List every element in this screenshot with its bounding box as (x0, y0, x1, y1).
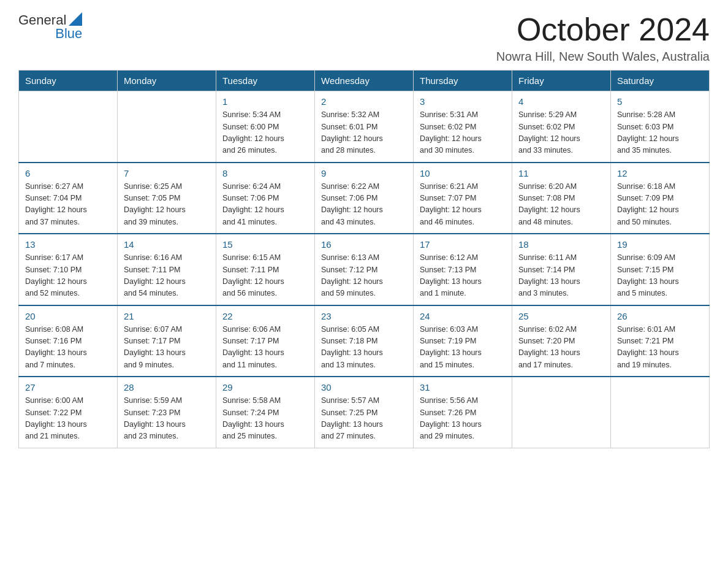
day-info: Sunrise: 6:01 AMSunset: 7:21 PMDaylight:… (617, 324, 703, 372)
day-number: 14 (124, 239, 210, 250)
day-number: 13 (25, 239, 111, 250)
day-number: 10 (420, 168, 506, 178)
day-cell: 21Sunrise: 6:07 AMSunset: 7:17 PMDayligh… (118, 305, 216, 377)
day-cell: 4Sunrise: 5:29 AMSunset: 6:02 PMDaylight… (512, 91, 611, 163)
day-info: Sunrise: 6:08 AMSunset: 7:16 PMDaylight:… (25, 324, 111, 372)
weekday-header-monday: Monday (118, 71, 216, 91)
day-number: 25 (518, 311, 604, 321)
day-cell: 26Sunrise: 6:01 AMSunset: 7:21 PMDayligh… (611, 305, 710, 377)
day-number: 12 (617, 168, 703, 178)
day-cell: 3Sunrise: 5:31 AMSunset: 6:02 PMDaylight… (414, 91, 512, 163)
day-info: Sunrise: 5:57 AMSunset: 7:25 PMDaylight:… (321, 395, 407, 443)
day-cell: 12Sunrise: 6:18 AMSunset: 7:09 PMDayligh… (611, 163, 710, 234)
day-cell: 24Sunrise: 6:03 AMSunset: 7:19 PMDayligh… (414, 305, 512, 377)
day-cell: 7Sunrise: 6:25 AMSunset: 7:05 PMDaylight… (118, 163, 216, 234)
day-cell: 13Sunrise: 6:17 AMSunset: 7:10 PMDayligh… (19, 234, 118, 305)
day-number: 18 (518, 239, 604, 250)
weekday-header-friday: Friday (512, 71, 611, 91)
day-cell: 5Sunrise: 5:28 AMSunset: 6:03 PMDaylight… (611, 91, 710, 163)
day-number: 31 (420, 382, 506, 393)
week-row-5: 27Sunrise: 6:00 AMSunset: 7:22 PMDayligh… (19, 377, 710, 448)
day-number: 22 (222, 311, 308, 321)
day-info: Sunrise: 6:06 AMSunset: 7:17 PMDaylight:… (222, 324, 308, 372)
weekday-header-wednesday: Wednesday (315, 71, 414, 91)
weekday-header-tuesday: Tuesday (216, 71, 315, 91)
day-cell: 17Sunrise: 6:12 AMSunset: 7:13 PMDayligh… (414, 234, 512, 305)
day-number: 11 (518, 168, 604, 178)
day-number: 3 (420, 96, 506, 107)
day-info: Sunrise: 6:12 AMSunset: 7:13 PMDaylight:… (420, 252, 506, 300)
day-info: Sunrise: 5:31 AMSunset: 6:02 PMDaylight:… (420, 109, 506, 157)
month-title: October 2024 (496, 12, 710, 47)
day-cell: 16Sunrise: 6:13 AMSunset: 7:12 PMDayligh… (315, 234, 414, 305)
day-info: Sunrise: 6:20 AMSunset: 7:08 PMDaylight:… (518, 181, 604, 229)
day-number: 9 (321, 168, 407, 178)
day-info: Sunrise: 5:59 AMSunset: 7:23 PMDaylight:… (124, 395, 210, 443)
header: General Blue October 2024 Nowra Hill, Ne… (18, 12, 710, 64)
day-cell: 10Sunrise: 6:21 AMSunset: 7:07 PMDayligh… (414, 163, 512, 234)
day-cell: 29Sunrise: 5:58 AMSunset: 7:24 PMDayligh… (216, 377, 315, 448)
day-info: Sunrise: 6:05 AMSunset: 7:18 PMDaylight:… (321, 324, 407, 372)
day-info: Sunrise: 5:29 AMSunset: 6:02 PMDaylight:… (518, 109, 604, 157)
day-cell: 15Sunrise: 6:15 AMSunset: 7:11 PMDayligh… (216, 234, 315, 305)
day-cell: 30Sunrise: 5:57 AMSunset: 7:25 PMDayligh… (315, 377, 414, 448)
day-number: 8 (222, 168, 308, 178)
day-info: Sunrise: 5:32 AMSunset: 6:01 PMDaylight:… (321, 109, 407, 157)
location-title: Nowra Hill, New South Wales, Australia (496, 50, 710, 64)
day-number: 7 (124, 168, 210, 178)
day-info: Sunrise: 5:28 AMSunset: 6:03 PMDaylight:… (617, 109, 703, 157)
day-number: 15 (222, 239, 308, 250)
day-info: Sunrise: 6:21 AMSunset: 7:07 PMDaylight:… (420, 181, 506, 229)
day-number: 16 (321, 239, 407, 250)
day-number: 27 (25, 382, 111, 393)
day-cell: 6Sunrise: 6:27 AMSunset: 7:04 PMDaylight… (19, 163, 118, 234)
day-number: 4 (518, 96, 604, 107)
day-cell (19, 91, 118, 163)
day-info: Sunrise: 6:09 AMSunset: 7:15 PMDaylight:… (617, 252, 703, 300)
day-cell: 19Sunrise: 6:09 AMSunset: 7:15 PMDayligh… (611, 234, 710, 305)
day-number: 5 (617, 96, 703, 107)
week-row-4: 20Sunrise: 6:08 AMSunset: 7:16 PMDayligh… (19, 305, 710, 377)
day-number: 30 (321, 382, 407, 393)
day-cell (118, 91, 216, 163)
day-cell: 22Sunrise: 6:06 AMSunset: 7:17 PMDayligh… (216, 305, 315, 377)
week-row-3: 13Sunrise: 6:17 AMSunset: 7:10 PMDayligh… (19, 234, 710, 305)
day-cell: 14Sunrise: 6:16 AMSunset: 7:11 PMDayligh… (118, 234, 216, 305)
day-info: Sunrise: 6:25 AMSunset: 7:05 PMDaylight:… (124, 181, 210, 229)
day-number: 17 (420, 239, 506, 250)
day-number: 26 (617, 311, 703, 321)
day-info: Sunrise: 5:58 AMSunset: 7:24 PMDaylight:… (222, 395, 308, 443)
day-cell: 20Sunrise: 6:08 AMSunset: 7:16 PMDayligh… (19, 305, 118, 377)
day-cell: 1Sunrise: 5:34 AMSunset: 6:00 PMDaylight… (216, 91, 315, 163)
day-info: Sunrise: 6:24 AMSunset: 7:06 PMDaylight:… (222, 181, 308, 229)
day-info: Sunrise: 6:16 AMSunset: 7:11 PMDaylight:… (124, 252, 210, 300)
day-cell (512, 377, 611, 448)
day-cell: 31Sunrise: 5:56 AMSunset: 7:26 PMDayligh… (414, 377, 512, 448)
week-row-2: 6Sunrise: 6:27 AMSunset: 7:04 PMDaylight… (19, 163, 710, 234)
day-number: 23 (321, 311, 407, 321)
day-info: Sunrise: 6:17 AMSunset: 7:10 PMDaylight:… (25, 252, 111, 300)
day-number: 29 (222, 382, 308, 393)
logo-blue: Blue (55, 26, 82, 42)
day-cell: 8Sunrise: 6:24 AMSunset: 7:06 PMDaylight… (216, 163, 315, 234)
day-info: Sunrise: 6:00 AMSunset: 7:22 PMDaylight:… (25, 395, 111, 443)
day-cell: 18Sunrise: 6:11 AMSunset: 7:14 PMDayligh… (512, 234, 611, 305)
day-info: Sunrise: 6:18 AMSunset: 7:09 PMDaylight:… (617, 181, 703, 229)
title-area: October 2024 Nowra Hill, New South Wales… (496, 12, 710, 64)
calendar-table: SundayMondayTuesdayWednesdayThursdayFrid… (18, 70, 710, 448)
day-info: Sunrise: 6:15 AMSunset: 7:11 PMDaylight:… (222, 252, 308, 300)
weekday-header-sunday: Sunday (19, 71, 118, 91)
day-number: 6 (25, 168, 111, 178)
day-info: Sunrise: 6:02 AMSunset: 7:20 PMDaylight:… (518, 324, 604, 372)
day-number: 21 (124, 311, 210, 321)
logo-triangle-icon (69, 12, 82, 26)
day-cell: 27Sunrise: 6:00 AMSunset: 7:22 PMDayligh… (19, 377, 118, 448)
day-info: Sunrise: 6:13 AMSunset: 7:12 PMDaylight:… (321, 252, 407, 300)
day-number: 19 (617, 239, 703, 250)
day-cell: 23Sunrise: 6:05 AMSunset: 7:18 PMDayligh… (315, 305, 414, 377)
day-info: Sunrise: 6:22 AMSunset: 7:06 PMDaylight:… (321, 181, 407, 229)
weekday-header-row: SundayMondayTuesdayWednesdayThursdayFrid… (19, 71, 710, 91)
day-number: 24 (420, 311, 506, 321)
day-cell (611, 377, 710, 448)
day-number: 1 (222, 96, 308, 107)
